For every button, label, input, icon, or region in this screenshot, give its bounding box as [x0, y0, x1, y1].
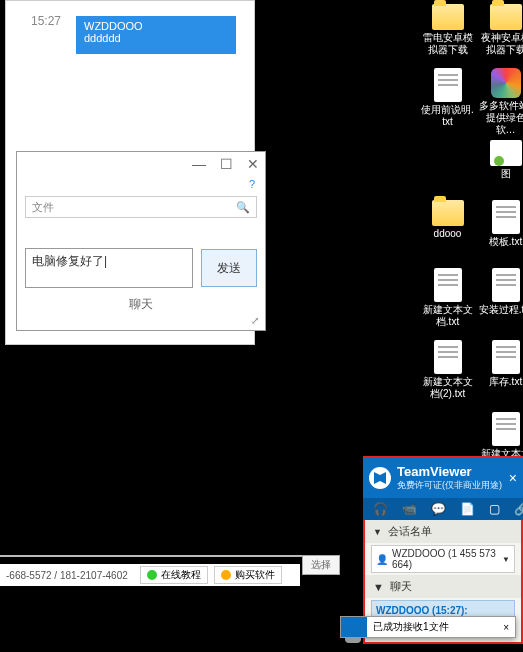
chat-icon[interactable]: 💬 [431, 502, 446, 516]
text-file-icon[interactable] [492, 200, 520, 234]
help-icon[interactable]: ? [249, 178, 255, 190]
chat-message: WZDDOOO dddddd [76, 16, 236, 54]
icon-label: 雷电安卓模拟器下载 [420, 32, 475, 56]
text-file-icon[interactable] [434, 268, 462, 302]
icon-label: 新建文本文档(2).txt [420, 376, 475, 400]
chevron-down-icon: ▼ [502, 555, 510, 564]
file-received-notification: 已成功接收1文件 × [340, 616, 516, 638]
folder-icon[interactable] [490, 4, 522, 30]
panel-subtitle: 免费许可证(仅非商业用途) [397, 479, 502, 492]
icon-label: 安装过程.txt [479, 304, 523, 316]
icon-label: 使用前说明.txt [420, 104, 475, 128]
text-file-icon[interactable] [492, 412, 520, 446]
search-input[interactable]: 文件 🔍 [25, 196, 257, 218]
inner-window: — ☐ ✕ ? 文件 🔍 电脑修复好了| 发送 聊天 ⤢ [16, 151, 266, 331]
chat-sender: WZDDOOO (15:27): [376, 605, 510, 616]
icon-label: 新建文本文档.txt [420, 304, 475, 328]
session-list-header[interactable]: ▼会话名单 [365, 520, 521, 543]
folder-icon[interactable] [432, 4, 464, 30]
divider [0, 555, 340, 557]
message-body: dddddd [84, 32, 228, 44]
app-icon[interactable] [491, 68, 521, 98]
select-box[interactable]: 选择 [302, 555, 340, 575]
chevron-down-icon: ▼ [373, 581, 384, 593]
icon-label: 多多软件站-提供绿色软… [478, 100, 523, 136]
text-file-icon[interactable] [492, 268, 520, 302]
icon-label: 图 [501, 168, 511, 180]
panel-title: TeamViewer [397, 464, 502, 479]
tab-chat[interactable]: 聊天 [17, 296, 265, 313]
icon-label: 模板.txt [489, 236, 522, 248]
message-input[interactable]: 电脑修复好了| [25, 248, 193, 288]
online-tutorial-button[interactable]: 在线教程 [140, 566, 208, 584]
close-button[interactable]: × [509, 470, 517, 486]
chevron-down-icon: ▼ [373, 527, 382, 537]
message-time: 15:27 [31, 14, 61, 28]
close-button[interactable]: ✕ [247, 156, 259, 172]
board-icon[interactable]: ▢ [489, 502, 500, 516]
file-icon[interactable]: 📄 [460, 502, 475, 516]
headset-icon[interactable]: 🎧 [373, 502, 388, 516]
monitor-icon [341, 617, 367, 637]
chat-window: 15:27 WZDDOOO dddddd — ☐ ✕ ? 文件 🔍 电脑修复好了… [5, 0, 255, 345]
phone-text: -668-5572 / 181-2107-4602 [0, 570, 134, 581]
close-button[interactable]: × [497, 622, 515, 633]
send-button[interactable]: 发送 [201, 249, 257, 287]
message-sender: WZDDOOO [84, 20, 228, 32]
video-icon[interactable]: 📹 [402, 502, 417, 516]
expand-icon[interactable]: ⤢ [251, 315, 259, 326]
minimize-button[interactable]: — [192, 156, 206, 172]
buy-software-button[interactable]: 购买软件 [214, 566, 282, 584]
teamviewer-logo-icon [369, 467, 391, 489]
text-file-icon[interactable] [434, 68, 462, 102]
coin-icon [221, 570, 231, 580]
folder-icon[interactable] [432, 200, 464, 226]
maximize-button[interactable]: ☐ [220, 156, 233, 172]
search-icon: 🔍 [236, 201, 250, 214]
link-icon[interactable]: 🔗 [514, 502, 523, 516]
bottom-bar: -668-5572 / 181-2107-4602 在线教程 购买软件 [0, 564, 300, 586]
icon-label: 夜神安卓模拟器下载 [478, 32, 523, 56]
text-file-icon[interactable] [492, 340, 520, 374]
chat-section-header[interactable]: ▼聊天 [365, 575, 521, 598]
text-file-icon[interactable] [434, 340, 462, 374]
user-icon: 👤 [376, 554, 388, 565]
image-folder-icon[interactable] [490, 140, 522, 166]
notification-text: 已成功接收1文件 [373, 620, 449, 634]
icon-label: ddooo [434, 228, 462, 240]
icon-label: 库存.txt [489, 376, 522, 388]
status-dot-icon [147, 570, 157, 580]
session-user[interactable]: 👤 WZDDOOO (1 455 573 664) ▼ [371, 545, 515, 573]
search-placeholder: 文件 [32, 200, 54, 215]
